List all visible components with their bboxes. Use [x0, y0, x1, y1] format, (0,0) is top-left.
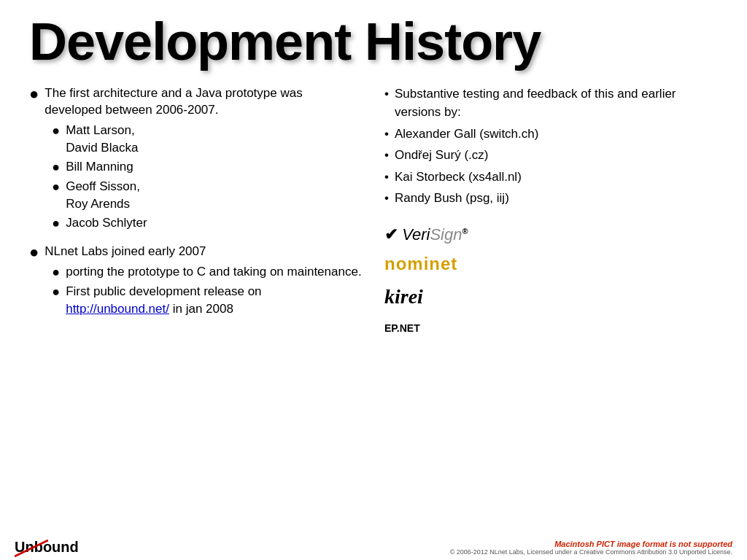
verisign-reg: ®: [462, 226, 468, 235]
kirei-text: kirei: [384, 285, 423, 308]
sub-bullet-icon: ●: [52, 178, 60, 196]
sub-bullet-icon: ●: [52, 214, 60, 233]
content-area: ● The first architecture and a Java prot…: [29, 85, 718, 336]
right-bullet-icon: •: [384, 168, 389, 187]
main-bullet-2: ● NLnet Labs joined early 2007 ● porting…: [29, 243, 363, 319]
nominet-logo: nominet: [384, 251, 718, 277]
unbound-brand: Unbound: [15, 539, 79, 556]
sub-list-item: ● Geoff Sisson,Roy Arends: [52, 178, 363, 213]
copyright-label: © 2006-2012 NLnet Labs, Licensed under a…: [450, 548, 732, 556]
sub-bullet-icon: ●: [52, 122, 60, 140]
right-bullet-icon: •: [384, 125, 389, 144]
sub-list-item: ● Bill Manning: [52, 158, 363, 176]
sub-item-text: Geoff Sisson,Roy Arends: [66, 178, 140, 213]
left-column: ● The first architecture and a Java prot…: [29, 85, 363, 336]
sub-bullet-icon: ●: [52, 158, 60, 176]
right-bullet-item: • Kai Storbeck (xs4all.nl): [384, 168, 718, 187]
unbound-link[interactable]: http://unbound.net/: [66, 302, 169, 316]
right-bullet-text: Ondřej Surý (.cz): [395, 146, 488, 165]
sub-bullet-icon: ●: [52, 263, 60, 281]
right-bullet-text: Randy Bush (psg, iij): [395, 189, 509, 208]
verisign-sign: Sign: [430, 225, 462, 244]
kirei-logo: kirei: [384, 281, 718, 314]
verisign-logo: ✔ VeriSign®: [384, 222, 718, 246]
bullet-dot-2: ●: [29, 241, 39, 264]
right-bullet-item: • Alexander Gall (switch.ch): [384, 125, 718, 144]
logos-area: ✔ VeriSign® nominet kirei EP.NET: [384, 222, 718, 336]
sub-bullet-icon: ●: [52, 283, 60, 301]
unbound-logo: Unbound: [15, 539, 79, 556]
right-bullet-text: Kai Storbeck (xs4all.nl): [395, 168, 522, 187]
sub-list-2: ● porting the prototype to C and taking …: [52, 263, 363, 318]
right-bullet-item: • Substantive testing and feedback of th…: [384, 85, 718, 122]
sub-item-text: First public development release on http…: [66, 283, 363, 318]
sub-item-text: Bill Manning: [66, 158, 133, 176]
bullet-text-1: The first architecture and a Java protot…: [44, 85, 363, 234]
bullet2-main-text: NLnet Labs joined early 2007: [44, 244, 206, 258]
footer: Unbound Macintosh PICT image format is n…: [0, 516, 747, 560]
svg-line-0: [15, 540, 48, 556]
pict-warning: Macintosh PICT image format is not suppo…: [450, 540, 732, 548]
slide: Development History ● The first architec…: [0, 0, 747, 560]
footer-right: Macintosh PICT image format is not suppo…: [450, 540, 732, 556]
sub-list-item: ● Matt Larson,David Blacka: [52, 122, 363, 157]
right-bullets-list: • Substantive testing and feedback of th…: [384, 85, 718, 208]
unbound-slash-icon: [15, 537, 55, 559]
bullet-dot-1: ●: [29, 83, 39, 106]
right-bullet-icon: •: [384, 146, 389, 165]
sub-item-text: Jacob Schlyter: [66, 214, 147, 232]
main-bullet-1: ● The first architecture and a Java prot…: [29, 85, 363, 234]
verisign-veri: Veri: [402, 225, 430, 244]
sub-list-item: ● Jacob Schlyter: [52, 214, 363, 233]
right-bullet-text: Alexander Gall (switch.ch): [395, 125, 538, 144]
right-bullet-item: • Randy Bush (psg, iij): [384, 189, 718, 208]
sub-list-1: ● Matt Larson,David Blacka ● Bill Mannin…: [52, 122, 363, 233]
verisign-check: ✔: [384, 225, 398, 244]
right-bullet-icon: •: [384, 189, 389, 208]
copyright-text: © 2006-2012 NLnet Labs, Licensed under a…: [450, 548, 732, 556]
right-column: • Substantive testing and feedback of th…: [384, 85, 718, 336]
right-bullet-icon: •: [384, 85, 389, 104]
bullet1-main-text: The first architecture and a Java protot…: [44, 86, 302, 117]
slide-title: Development History: [29, 15, 718, 70]
bullet-text-2: NLnet Labs joined early 2007 ● porting t…: [44, 243, 363, 319]
ep-net-label: EP.NET: [384, 321, 718, 336]
sub-item-text: Matt Larson,David Blacka: [66, 122, 138, 157]
nominet-text: nominet: [384, 254, 457, 273]
sub-list-item: ● porting the prototype to C and taking …: [52, 263, 363, 281]
sub-list-item: ● First public development release on ht…: [52, 283, 363, 318]
right-bullet-text: Substantive testing and feedback of this…: [395, 85, 718, 122]
sub-item-text: porting the prototype to C and taking on…: [66, 263, 361, 281]
right-bullet-item: • Ondřej Surý (.cz): [384, 146, 718, 165]
